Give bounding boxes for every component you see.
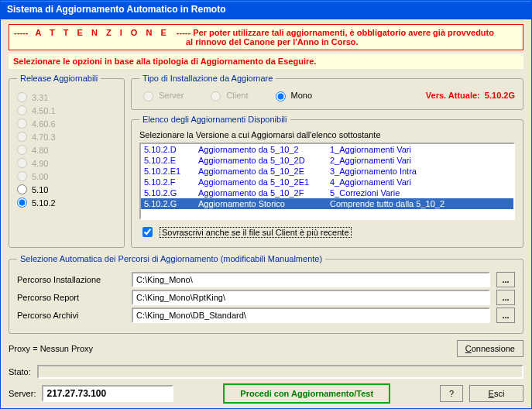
connessione-button[interactable]: Connessione: [457, 340, 523, 357]
release-label: 3.31: [32, 93, 48, 102]
release-radio-5.00: [17, 171, 27, 181]
release-label: 4.70.3: [32, 132, 56, 142]
report-browse-button[interactable]: ...: [496, 290, 515, 305]
tipo-legend: Tipo di Installazione da Aggiornare: [139, 74, 276, 83]
release-label: 4.60.6: [32, 119, 56, 129]
release-radio-3.31: [17, 92, 27, 102]
update-row[interactable]: 5.10.2.GAggiornamento da 5_10_2F5_Correz…: [141, 187, 513, 198]
update-row[interactable]: 5.10.2.E1Aggiornamento da 5_10_2E3_Aggio…: [141, 166, 513, 177]
proxy-label: Proxy = Nessun Proxy: [9, 344, 93, 353]
esci-button[interactable]: Esci: [469, 385, 523, 402]
tipo-server-radio: [143, 91, 153, 101]
elenco-group: Elenco degli Aggiornamenti Disponibili S…: [131, 115, 523, 248]
overwrite-checkbox[interactable]: [142, 227, 153, 237]
server-input[interactable]: [42, 385, 173, 402]
install-path-input[interactable]: [132, 272, 490, 287]
release-radio-5.10.2[interactable]: [17, 198, 27, 208]
paths-legend: Selezione Automatica dei Percorsi di Agg…: [17, 254, 325, 263]
server-label: Server:: [9, 389, 36, 398]
stato-display: [37, 365, 523, 379]
report-path-label: Percorso Report: [17, 293, 125, 302]
tipo-mono-radio[interactable]: [276, 91, 286, 101]
stato-label: Stato:: [9, 367, 31, 376]
release-label: 4.90: [32, 159, 48, 168]
releases-legend: Release Aggiornabili: [17, 74, 101, 83]
help-button[interactable]: ?: [440, 385, 463, 402]
install-browse-button[interactable]: ...: [496, 272, 515, 287]
overwrite-label: Sovrascrivi anche se il file sul Client …: [160, 227, 352, 238]
version-current: Vers. Attuale: 5.10.2G: [426, 91, 515, 100]
release-radio-4.90: [17, 158, 27, 168]
release-radio-4.50.1: [17, 105, 27, 115]
release-label: 5.10.2: [32, 198, 56, 208]
archivi-path-input[interactable]: [132, 308, 490, 323]
tipo-client-radio: [211, 91, 221, 101]
elenco-legend: Elenco degli Aggiornamenti Disponibili: [139, 115, 290, 124]
paths-group: Selezione Automatica dei Percorsi di Agg…: [9, 254, 523, 334]
release-radio-5.10[interactable]: [17, 184, 27, 194]
elenco-instr: Selezionare la Versione a cui Aggiornars…: [139, 130, 515, 139]
update-row[interactable]: 5.10.2.FAggiornamento da 5_10_2E14_Aggio…: [141, 177, 513, 187]
titlebar: Sistema di Aggiornamento Automatico in R…: [1, 1, 531, 19]
tipo-group: Tipo di Installazione da Aggiornare Serv…: [131, 74, 523, 110]
update-row[interactable]: 5.10.2.GAggiornamento StoricoComprende t…: [141, 198, 513, 209]
release-label: 4.50.1: [32, 106, 56, 115]
update-row[interactable]: 5.10.2.EAggiornamento da 5_10_2D2_Aggior…: [141, 155, 513, 166]
archivi-browse-button[interactable]: ...: [496, 308, 515, 323]
release-radio-4.60.6: [17, 119, 27, 129]
app-window: Sistema di Aggiornamento Automatico in R…: [0, 0, 532, 409]
archivi-path-label: Percorso Archivi: [17, 311, 125, 320]
release-radio-4.80: [17, 145, 27, 155]
releases-group: Release Aggiornabili 3.314.50.14.60.64.7…: [9, 74, 125, 248]
release-radio-4.70.3: [17, 132, 27, 142]
procedi-button[interactable]: Procedi con Aggiornamento/Test: [223, 383, 390, 404]
release-label: 4.80: [32, 146, 48, 155]
warning-banner: ----- A T T E N Z I O N E ----- Per pote…: [9, 24, 523, 50]
update-row[interactable]: 5.10.2.DAggiornamento da 5_10_21_Aggiorn…: [141, 144, 513, 155]
select-hint: Selezionare le opzioni in base alla tipo…: [9, 53, 523, 69]
report-path-input[interactable]: [132, 290, 490, 305]
release-label: 5.10: [32, 185, 48, 194]
release-label: 5.00: [32, 172, 48, 181]
updates-listbox[interactable]: 5.10.2.DAggiornamento da 5_10_21_Aggiorn…: [139, 143, 515, 220]
install-path-label: Percorso Installazione: [17, 275, 125, 284]
